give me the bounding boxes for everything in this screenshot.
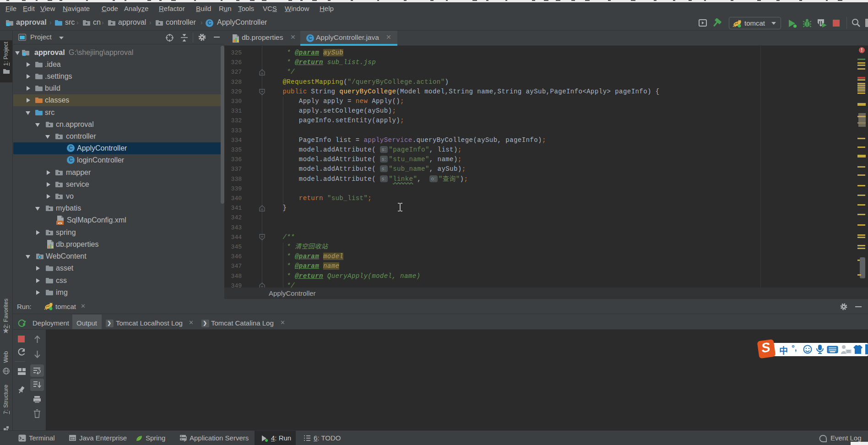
svg-text:<>: <> <box>58 221 62 225</box>
